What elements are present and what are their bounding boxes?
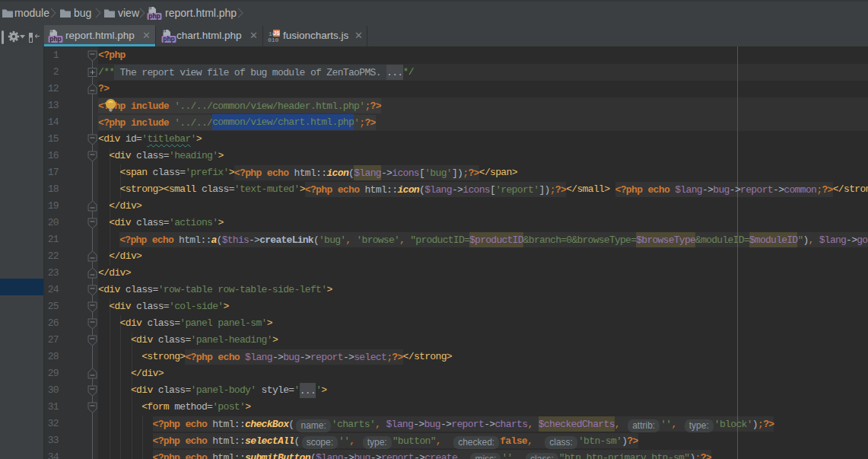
svg-text:php: php xyxy=(148,12,161,20)
svg-text:php: php xyxy=(163,35,175,43)
svg-text:010: 010 xyxy=(268,37,279,43)
svg-text:JS: JS xyxy=(274,30,281,36)
svg-text:php: php xyxy=(49,35,62,43)
